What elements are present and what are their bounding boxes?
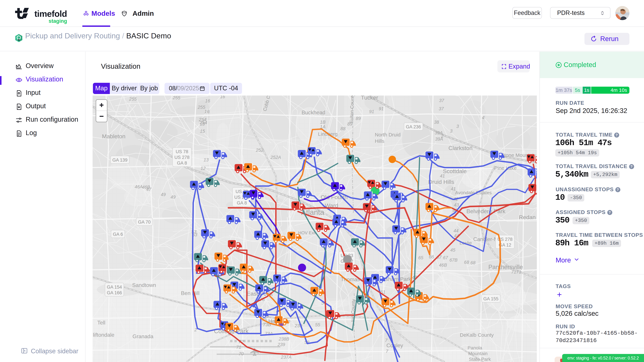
svg-text:Mountain: Mountain [468, 351, 488, 356]
svg-text:Fulton County: Fulton County [349, 95, 355, 123]
svg-text:Mableton: Mableton [102, 133, 126, 139]
svg-text:16: 16 [205, 98, 210, 103]
svg-text:1B: 1B [320, 120, 326, 125]
svg-text:3: 3 [456, 124, 459, 129]
svg-text:65: 65 [418, 255, 424, 260]
svg-text:239: 239 [278, 342, 285, 347]
svg-text:US 78: US 78 [176, 149, 188, 154]
svg-text:67: 67 [443, 255, 448, 260]
svg-text:44: 44 [454, 228, 458, 233]
svg-text:49: 49 [170, 195, 176, 200]
svg-text:49: 49 [161, 192, 166, 197]
svg-text:15: 15 [200, 121, 205, 126]
svg-text:43: 43 [454, 202, 459, 207]
svg-text:38: 38 [434, 120, 439, 125]
svg-text:252: 252 [256, 148, 264, 153]
svg-text:Scottdale: Scottdale [443, 168, 467, 174]
svg-text:55: 55 [315, 322, 320, 327]
svg-text:238B: 238B [278, 337, 289, 342]
svg-text:41: 41 [451, 186, 456, 191]
svg-text:Sandtown: Sandtown [132, 282, 156, 288]
svg-text:46B: 46B [439, 263, 447, 268]
svg-text:GA 236: GA 236 [406, 124, 421, 129]
svg-text:71: 71 [516, 270, 521, 275]
svg-text:GA 70: GA 70 [138, 220, 150, 225]
svg-text:4: 4 [482, 115, 484, 120]
svg-text:71: 71 [511, 270, 516, 275]
svg-text:Clarkston: Clarkston [448, 145, 472, 151]
svg-text:Granada: Granada [132, 333, 154, 339]
svg-text:91: 91 [369, 109, 374, 114]
svg-text:16: 16 [204, 109, 210, 114]
svg-text:16: 16 [220, 95, 225, 99]
svg-text:Druid Hills: Druid Hills [428, 179, 454, 185]
svg-text:GA 8: GA 8 [177, 161, 187, 166]
svg-text:2: 2 [441, 134, 444, 139]
svg-text:liftondale: liftondale [93, 332, 114, 338]
svg-text:89: 89 [356, 116, 361, 121]
svg-text:Panola: Panola [468, 345, 482, 351]
svg-text:GA 6: GA 6 [113, 232, 123, 237]
svg-text:37: 37 [439, 98, 444, 103]
svg-text:237A: 237A [281, 355, 292, 360]
svg-text:47: 47 [146, 187, 152, 192]
svg-text:Hills: Hills [375, 138, 384, 144]
svg-text:252A: 252A [270, 155, 281, 160]
svg-text:70: 70 [239, 351, 244, 356]
svg-text:68: 68 [464, 260, 469, 265]
svg-text:GA 154: GA 154 [107, 285, 122, 290]
svg-text:37: 37 [439, 106, 444, 111]
svg-text:255: 255 [129, 96, 137, 102]
svg-text:45: 45 [450, 248, 456, 253]
svg-text:12: 12 [200, 166, 206, 171]
svg-text:41: 41 [440, 173, 445, 178]
svg-text:2: 2 [194, 327, 197, 332]
svg-text:Buckhead: Buckhead [302, 109, 325, 115]
svg-text:US 278: US 278 [174, 155, 190, 160]
svg-text:88: 88 [340, 126, 346, 131]
svg-text:North Druid: North Druid [375, 132, 400, 137]
svg-text:Redan: Redan [519, 214, 536, 220]
svg-text:89: 89 [347, 121, 352, 126]
svg-text:13: 13 [204, 157, 209, 162]
svg-text:71: 71 [236, 345, 241, 350]
svg-text:GA 166: GA 166 [107, 290, 122, 295]
svg-text:HOV Exit: HOV Exit [298, 230, 316, 235]
svg-text:68: 68 [470, 260, 476, 265]
svg-text:7: 7 [385, 338, 388, 343]
svg-text:GA 8: GA 8 [237, 200, 247, 205]
svg-text:Ben Hill: Ben Hill [181, 290, 200, 296]
svg-text:46A: 46A [135, 184, 143, 189]
svg-text:255: 255 [172, 95, 180, 100]
svg-text:15: 15 [200, 129, 205, 134]
svg-text:91: 91 [379, 106, 384, 111]
svg-text:Tell: Tell [97, 320, 105, 326]
svg-text:67B: 67B [450, 258, 458, 263]
svg-text:3: 3 [450, 129, 452, 134]
svg-text:DeKalb County: DeKalb County [460, 332, 494, 338]
svg-text:255: 255 [198, 105, 206, 110]
svg-text:GA 139: GA 139 [112, 158, 128, 163]
svg-text:State Park: State Park [469, 357, 491, 362]
svg-text:Tucker: Tucker [361, 95, 378, 101]
svg-text:7: 7 [386, 349, 388, 354]
svg-text:GA 155: GA 155 [483, 296, 498, 301]
